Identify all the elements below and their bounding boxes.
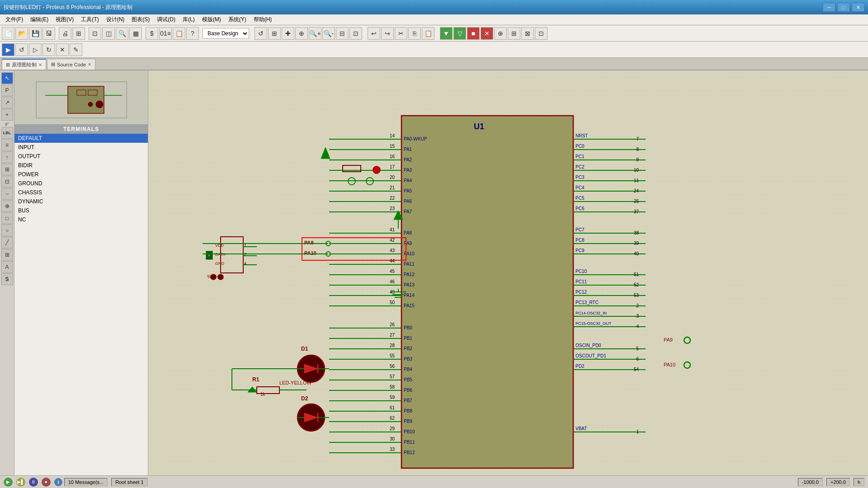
tool-text2[interactable]: A [1,261,13,273]
mode-draw4[interactable]: ↻ [42,43,55,56]
import-button[interactable]: ⊡ [89,27,101,40]
terminal-default[interactable]: DEFAULT [14,134,148,143]
prop-button[interactable]: ▦ [129,27,142,40]
refresh-button[interactable]: ↺ [255,27,267,40]
tool-wire[interactable]: ↗ [1,97,13,108]
tab-sourcecode[interactable]: ⊞ Source Code ✕ [47,59,95,70]
menu-design[interactable]: 设计(N) [103,15,128,24]
preview-area [14,70,148,125]
tab-schematic[interactable]: ⊞ 原理图绘制 ✕ [2,59,46,70]
tool-line[interactable]: ╱ [1,237,13,249]
stepplay-button[interactable]: ▶▌ [16,478,25,487]
comp-extra2[interactable]: ⊞ [508,27,520,40]
move-button[interactable]: ⊕ [295,27,308,40]
zoomfit-button[interactable]: ⊟ [336,27,349,40]
comp-green2-button[interactable]: ▽ [453,27,466,40]
tool-s[interactable]: S [1,273,13,285]
tool-select[interactable]: ↖ [1,72,13,84]
mode-draw6[interactable]: ✎ [70,43,82,56]
zoomin-button[interactable]: 🔍+ [309,27,321,40]
zoomall-button[interactable]: ⊡ [349,27,362,40]
tool-circle[interactable]: ○ [1,225,13,236]
tool-arrow-up[interactable]: ↑ [1,151,13,163]
terminal-bidir[interactable]: BIDIR [14,161,148,170]
svg-rect-11 [401,116,573,468]
open-button[interactable]: 📂 [15,27,28,40]
tool-multicomp[interactable]: ⊞ [1,249,13,261]
menu-file[interactable]: 文件(F) [2,15,27,24]
svg-text:3: 3 [636,314,639,319]
tool-power[interactable]: ⊡ [1,176,13,188]
cut-button[interactable]: ✂ [395,27,407,40]
schematic-canvas[interactable]: U1 14 PA0-WKUP 15 PA1 16 PA2 17 PA3 20 P… [148,70,868,475]
menu-view[interactable]: 视图(V) [52,15,77,24]
menu-tools[interactable]: 工具(T) [77,15,102,24]
tool-box[interactable]: □ [1,212,13,224]
minimize-button[interactable]: ─ [823,3,835,12]
tool-bus[interactable]: ⊞ [1,164,13,175]
paste-button[interactable]: 📋 [422,27,434,40]
comp-extra1[interactable]: ⊕ [494,27,507,40]
new-button[interactable]: 📄 [2,27,14,40]
print-button[interactable]: 🖨 [59,27,71,40]
terminal-output[interactable]: OUTPUT [14,152,148,161]
messages-status[interactable]: 10 Message(s... [64,478,108,486]
print2-button[interactable]: ⊞ [72,27,85,40]
terminal-nc[interactable]: NC [14,215,148,224]
export-button[interactable]: ◫ [102,27,115,40]
tool-component[interactable]: P [1,84,13,96]
tool-connect[interactable]: ⊕ [1,200,13,212]
copy-button[interactable]: ⎘ [408,27,421,40]
terminal-chassis[interactable]: CHASSIS [14,188,148,197]
menu-debug[interactable]: 调试(D) [153,15,179,24]
tab-source-close[interactable]: ✕ [88,62,91,67]
design-dropdown[interactable]: Base Design [203,28,249,39]
mode-select[interactable]: ▶ [2,43,14,56]
mode-draw2[interactable]: ↺ [15,43,28,56]
terminal-input[interactable]: INPUT [14,143,148,152]
pause-button[interactable]: ⏸ [29,478,38,487]
menu-system[interactable]: 系统(Y) [225,15,250,24]
menu-edit[interactable]: 编辑(E) [27,15,52,24]
tool-lbl[interactable]: LBL [1,127,13,139]
save-all-button[interactable]: 🖫 [42,27,55,40]
terminal-power[interactable]: POWER [14,170,148,179]
search-button[interactable]: 🔍 [116,27,128,40]
menu-template[interactable]: 模版(M) [198,15,225,24]
maximize-button[interactable]: □ [837,3,850,12]
tool-text[interactable]: ≡ [1,139,13,151]
menu-lib[interactable]: 库(L) [179,15,198,24]
grid-button[interactable]: ⊞ [268,27,281,40]
close-button[interactable]: ✕ [852,3,864,12]
help2-button[interactable]: ? [186,27,199,40]
comp-red2-button[interactable]: ✕ [481,27,493,40]
bom-button[interactable]: $ [146,27,158,40]
tool-plus[interactable]: + [1,109,13,121]
comp-extra4[interactable]: ⊡ [535,27,547,40]
undo-button[interactable]: ↩ [368,27,380,40]
tool-arrow-right[interactable]: → [1,188,13,200]
comp-extra3[interactable]: ⊠ [521,27,534,40]
stop-button[interactable]: ■ [42,478,51,487]
svg-text:50: 50 [390,300,395,305]
terminal-dynamic[interactable]: DYNAMIC [14,197,148,206]
zoomout-button[interactable]: 🔍- [322,27,335,40]
redo-button[interactable]: ↪ [381,27,394,40]
mode-draw3[interactable]: ▷ [29,43,42,56]
comp-green-button[interactable]: ▼ [440,27,453,40]
play-button[interactable]: ▶ [4,478,13,487]
svg-text:44: 44 [390,258,395,263]
menu-graph[interactable]: 图表(S) [128,15,153,24]
comp-red-button[interactable]: ■ [467,27,480,40]
mode-draw5[interactable]: ✕ [56,43,69,56]
num-button[interactable]: 01≡ [159,27,172,40]
svg-text:PC12: PC12 [576,290,587,295]
save-button[interactable]: 💾 [29,27,42,40]
tab-schematic-close[interactable]: ✕ [38,62,42,67]
terminal-ground[interactable]: GROUND [14,179,148,188]
menu-help[interactable]: 帮助(H) [250,15,276,24]
terminal-bus[interactable]: BUS [14,206,148,215]
svg-text:24: 24 [634,188,639,193]
netlist-button[interactable]: 📋 [173,27,185,40]
cross-button[interactable]: ✚ [282,27,294,40]
